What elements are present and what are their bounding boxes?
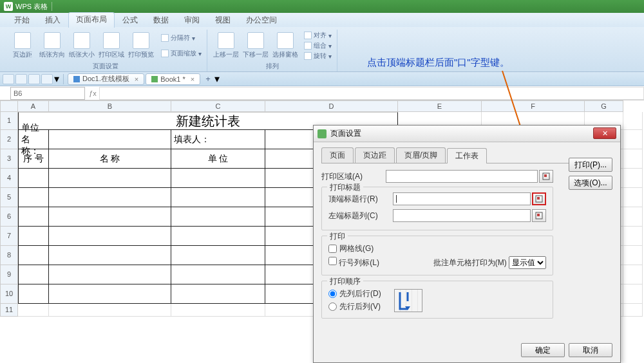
page-setup-dialog: 页面设置 ✕ 页面 页边距 页眉/页脚 工作表 打印(P)... 选项(O)..… bbox=[313, 125, 621, 363]
btn-rotate[interactable]: 旋转 ▾ bbox=[304, 51, 332, 60]
qat-btn-2[interactable] bbox=[15, 74, 27, 84]
dialog-titlebar[interactable]: 页面设置 ✕ bbox=[314, 126, 620, 142]
dialog-icon bbox=[317, 129, 327, 138]
menu-data[interactable]: 数据 bbox=[146, 15, 176, 26]
menu-insert[interactable]: 插入 bbox=[37, 15, 68, 26]
fs-print: 打印 bbox=[327, 231, 348, 242]
select-comments[interactable]: 显示值 bbox=[509, 256, 546, 269]
dlg-cancel-button[interactable]: 取消 bbox=[569, 343, 612, 357]
lbl-top-rows: 顶端标题行(R) bbox=[328, 194, 393, 205]
ribbon: 页边距 纸张方向 纸张大小 打印区域 打印预览 分隔符 ▾ 页面缩放 ▾ 页面设… bbox=[0, 27, 644, 72]
btn-align[interactable]: 对齐 ▾ bbox=[304, 31, 332, 40]
chk-gridlines[interactable] bbox=[328, 245, 337, 253]
menu-bar: 开始 插入 页面布局 公式 数据 审阅 视图 办公空间 bbox=[0, 13, 644, 27]
svg-rect-6 bbox=[537, 214, 540, 216]
radio-down-over[interactable] bbox=[328, 290, 337, 298]
page-order-icon bbox=[394, 289, 422, 312]
dialog-close-button[interactable]: ✕ bbox=[593, 127, 616, 139]
lbl-left-cols: 左端标题列(C) bbox=[328, 210, 393, 221]
qat-btn-4[interactable] bbox=[41, 74, 53, 84]
menu-home[interactable]: 开始 bbox=[6, 15, 37, 26]
app-logo-icon: W bbox=[4, 2, 13, 11]
qat-btn-1[interactable] bbox=[3, 74, 14, 84]
menu-review[interactable]: 审阅 bbox=[176, 15, 207, 26]
dlg-tab-margins[interactable]: 页边距 bbox=[355, 147, 395, 163]
ribbon-group-arrange: 排列 bbox=[213, 62, 332, 71]
fs-page-order: 打印顺序 bbox=[327, 276, 363, 287]
menu-view[interactable]: 视图 bbox=[207, 15, 238, 26]
add-tab-button[interactable]: + bbox=[202, 74, 214, 84]
doc-tab-book1[interactable]: Book1 *× bbox=[146, 73, 200, 85]
range-picker-icon[interactable] bbox=[539, 170, 553, 183]
range-picker-top-rows[interactable] bbox=[532, 192, 546, 205]
svg-rect-2 bbox=[544, 174, 547, 177]
dlg-tab-page[interactable]: 页面 bbox=[321, 147, 354, 163]
qat-btn-3[interactable] bbox=[28, 74, 40, 84]
menu-page-layout[interactable]: 页面布局 bbox=[68, 12, 115, 28]
dlg-options-button[interactable]: 选项(O)... bbox=[569, 176, 612, 190]
range-picker-left-cols[interactable] bbox=[532, 209, 546, 222]
svg-rect-4 bbox=[537, 197, 540, 200]
dlg-ok-button[interactable]: 确定 bbox=[521, 343, 565, 357]
btn-group[interactable]: 组合 ▾ bbox=[304, 41, 332, 50]
lbl-print-area: 打印区域(A) bbox=[321, 171, 386, 182]
btn-print-area[interactable]: 打印区域 bbox=[98, 32, 125, 59]
formula-bar: B6 ƒx bbox=[0, 86, 644, 100]
spreadsheet-icon bbox=[151, 76, 158, 82]
dlg-tab-sheet[interactable]: 工作表 bbox=[447, 148, 487, 163]
fx-icon[interactable]: ƒx bbox=[86, 89, 99, 97]
menu-office[interactable]: 办公空间 bbox=[238, 15, 285, 26]
menu-formula[interactable]: 公式 bbox=[115, 15, 146, 26]
btn-size[interactable]: 纸张大小 bbox=[68, 32, 95, 59]
close-icon[interactable]: × bbox=[135, 75, 138, 83]
btn-margins[interactable]: 页边距 bbox=[9, 32, 36, 59]
btn-orientation[interactable]: 纸张方向 bbox=[39, 32, 66, 59]
formula-input[interactable] bbox=[99, 87, 644, 100]
btn-breaks[interactable]: 分隔符 ▾ bbox=[161, 33, 202, 42]
btn-bring-forward[interactable]: 上移一层 bbox=[213, 32, 240, 59]
doc-tab-template[interactable]: Doc1.在线模板× bbox=[68, 73, 144, 85]
word-doc-icon bbox=[73, 76, 80, 82]
dlg-print-button[interactable]: 打印(P)... bbox=[569, 158, 612, 172]
app-title: WPS 表格 bbox=[15, 2, 48, 12]
input-top-rows[interactable]: | bbox=[393, 192, 531, 205]
input-left-cols[interactable] bbox=[393, 209, 531, 222]
close-icon[interactable]: × bbox=[191, 75, 194, 83]
dialog-title: 页面设置 bbox=[330, 128, 361, 139]
btn-print-preview[interactable]: 打印预览 bbox=[128, 32, 155, 59]
app-titlebar: W WPS 表格 bbox=[0, 0, 644, 13]
chk-rowcol-headers[interactable] bbox=[328, 257, 337, 265]
btn-send-backward[interactable]: 下移一层 bbox=[242, 32, 269, 59]
btn-scale[interactable]: 页面缩放 ▾ bbox=[161, 49, 202, 58]
fs-print-titles: 打印标题 bbox=[327, 182, 363, 193]
annotation-text: 点击顶端标题栏后面"口"字型键。 bbox=[367, 57, 509, 69]
ribbon-group-page-setup: 页面设置 bbox=[9, 62, 202, 71]
input-print-area[interactable] bbox=[386, 170, 538, 183]
btn-selection-pane[interactable]: 选择窗格 bbox=[272, 32, 299, 59]
radio-over-down[interactable] bbox=[328, 302, 337, 311]
quick-access-row: ▾ Doc1.在线模板× Book1 *× + ▾ bbox=[0, 72, 644, 86]
dlg-tab-headerfooter[interactable]: 页眉/页脚 bbox=[396, 147, 446, 163]
name-box[interactable]: B6 bbox=[10, 87, 85, 100]
